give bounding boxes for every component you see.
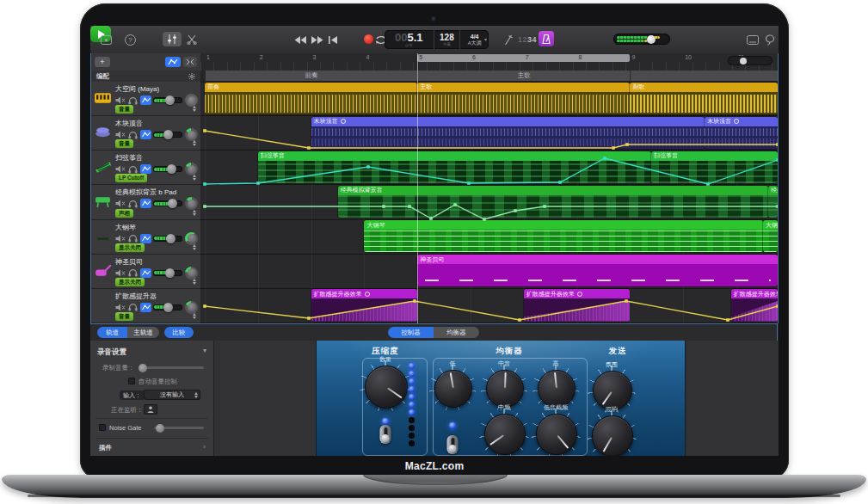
- mute-button[interactable]: [114, 164, 126, 174]
- ruler-bar-number[interactable]: 7: [526, 54, 529, 60]
- automation-param-chip[interactable]: 声相: [115, 209, 133, 218]
- playhead[interactable]: [417, 53, 418, 323]
- record-button[interactable]: [364, 34, 373, 44]
- catch-playhead-button[interactable]: [183, 57, 197, 67]
- track-automation-button[interactable]: [140, 95, 151, 105]
- track-header[interactable]: 木块顶音音量: [91, 116, 200, 151]
- volume-knob[interactable]: [165, 268, 175, 278]
- knob-body[interactable]: [538, 370, 576, 408]
- volume-knob[interactable]: [168, 199, 177, 208]
- volume-knob[interactable]: [163, 130, 173, 139]
- stepper-icon[interactable]: [193, 140, 196, 146]
- region[interactable]: 前奏: [205, 83, 417, 114]
- stepper-icon[interactable]: [193, 106, 196, 112]
- arrangement-track-header[interactable]: 编配: [91, 71, 200, 83]
- mute-button[interactable]: [114, 95, 126, 105]
- monitoring-button[interactable]: [144, 404, 157, 415]
- arrangement-section[interactable]: [630, 71, 778, 81]
- noise-gate-slider[interactable]: [154, 427, 204, 429]
- automation-param-chip[interactable]: 音量: [115, 312, 133, 321]
- solo-headphones-button[interactable]: [127, 95, 139, 105]
- track-header[interactable]: 大空间 (Maya)音量: [91, 82, 200, 116]
- toggle-switch[interactable]: [380, 425, 391, 444]
- region[interactable]: 木块顶音: [311, 117, 705, 149]
- region[interactable]: 木块顶音: [705, 117, 778, 149]
- zoom-slider-knob[interactable]: [740, 58, 747, 65]
- ruler-bar-number[interactable]: 10: [685, 54, 692, 60]
- chevron-right-icon[interactable]: ›: [203, 443, 206, 451]
- volume-slider[interactable]: [153, 132, 182, 138]
- track-header[interactable]: 扫弦筝音LP Cutoff: [91, 151, 200, 185]
- compare-button[interactable]: 比较: [164, 327, 194, 338]
- volume-knob[interactable]: [163, 303, 173, 312]
- volume-slider[interactable]: [153, 166, 182, 172]
- track-automation-button[interactable]: [140, 164, 151, 174]
- knob-body[interactable]: [592, 415, 633, 456]
- chevron-down-icon[interactable]: ▾: [484, 36, 487, 42]
- lcd-display[interactable]: 005.1 小节 128 节奏 4/4 A大调 ▾: [385, 30, 489, 49]
- record-level-slider[interactable]: [139, 366, 204, 369]
- mute-button[interactable]: [114, 268, 126, 278]
- volume-knob[interactable]: [166, 234, 175, 243]
- solo-headphones-button[interactable]: [127, 130, 139, 139]
- go-to-beginning-icon[interactable]: [326, 33, 340, 46]
- knob-body[interactable]: [365, 366, 408, 409]
- solo-headphones-button[interactable]: [127, 164, 139, 174]
- tab-eq[interactable]: 均衡器: [434, 327, 479, 338]
- mute-button[interactable]: [114, 130, 126, 139]
- region[interactable]: 经典模拟背景音: [338, 186, 769, 218]
- arrangement-section[interactable]: 前奏: [205, 71, 418, 81]
- auto-level-checkbox[interactable]: [128, 378, 135, 384]
- rewind-icon[interactable]: [293, 33, 307, 46]
- volume-knob[interactable]: [165, 95, 175, 105]
- editors-scissors-icon[interactable]: [185, 33, 199, 46]
- solo-headphones-button[interactable]: [127, 199, 139, 208]
- lanes[interactable]: 1234567891011前奏主歌前奏主歌副歌木块顶音木块顶音扫弦筝音扫弦筝音经…: [200, 53, 778, 323]
- forward-icon[interactable]: [311, 33, 324, 46]
- region[interactable]: 扩散感提升器效果: [524, 289, 631, 321]
- region[interactable]: 扫弦筝音: [258, 151, 651, 183]
- track-header[interactable]: 大钢琴显示关闭: [91, 220, 200, 255]
- solo-headphones-button[interactable]: [127, 268, 139, 278]
- volume-slider[interactable]: [153, 97, 182, 103]
- region[interactable]: 主歌: [417, 83, 630, 114]
- display-icon[interactable]: [746, 33, 760, 46]
- noise-gate-knob[interactable]: [156, 424, 164, 433]
- track-header[interactable]: 经典模拟背景 b Pad声相: [91, 185, 200, 219]
- region[interactable]: 扫弦筝音: [651, 151, 778, 183]
- track-lane[interactable]: 扫弦筝音扫弦筝音: [200, 151, 778, 185]
- tab-controls[interactable]: 控制器: [388, 327, 434, 338]
- ruler-bar-number[interactable]: 2: [260, 54, 263, 60]
- mute-button[interactable]: [114, 234, 126, 243]
- tab-track[interactable]: 轨道: [97, 327, 127, 338]
- region[interactable]: 大钢琴: [763, 220, 778, 252]
- track-automation-button[interactable]: [140, 234, 151, 243]
- toggle-switch[interactable]: [447, 435, 459, 454]
- ruler-bar-number[interactable]: 3: [313, 54, 317, 60]
- volume-knob[interactable]: [167, 164, 176, 174]
- region[interactable]: 副歌: [630, 83, 778, 114]
- stepper-icon[interactable]: [193, 244, 196, 250]
- automation-param-chip[interactable]: 显示关闭: [115, 278, 145, 286]
- tab-master[interactable]: 主轨道: [127, 327, 159, 338]
- stepper-icon[interactable]: [193, 210, 196, 216]
- region[interactable]: 大钢琴: [364, 220, 763, 252]
- track-lane[interactable]: 木块顶音木块顶音: [200, 116, 778, 151]
- gear-icon[interactable]: [188, 73, 195, 80]
- ruler-bar-number[interactable]: 4: [366, 54, 369, 60]
- region[interactable]: 扩散感提升器效果.1: [731, 289, 778, 321]
- ruler-bar-number[interactable]: 1: [206, 54, 210, 60]
- knob-body[interactable]: [484, 414, 526, 455]
- smart-controls-button[interactable]: [163, 32, 182, 46]
- record-level-knob[interactable]: [139, 364, 147, 372]
- master-volume-slider[interactable]: [613, 34, 670, 45]
- mute-button[interactable]: [114, 303, 126, 312]
- region[interactable]: 神圣贝司: [417, 255, 778, 286]
- loop-browser-icon[interactable]: [763, 33, 777, 46]
- mute-button[interactable]: [114, 199, 126, 208]
- solo-headphones-button[interactable]: [127, 234, 139, 243]
- knob[interactable]: [531, 409, 581, 456]
- quick-help-icon[interactable]: ?: [123, 33, 137, 46]
- track-automation-button[interactable]: [140, 199, 151, 208]
- knob-body[interactable]: [434, 370, 472, 408]
